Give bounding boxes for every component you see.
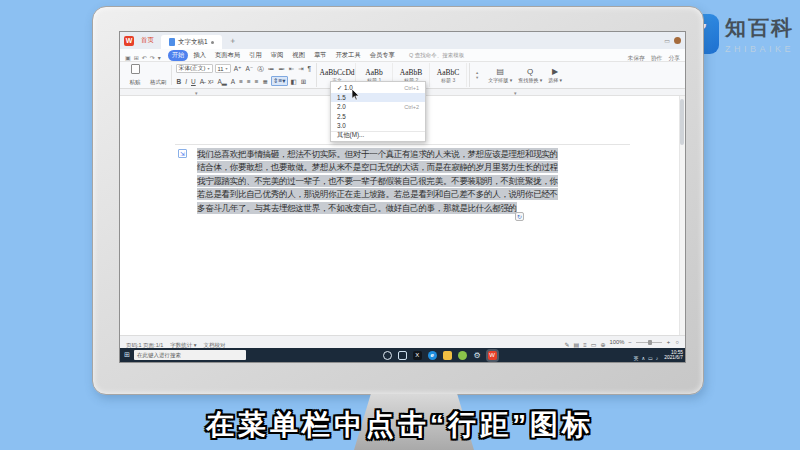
justify-icon[interactable]: ≣ xyxy=(262,77,269,86)
volume-icon[interactable]: ♪ xyxy=(656,346,659,363)
list-item[interactable]: 结合体，你要敢想，也要敢做。梦想从来不是空口无凭的大话，而是在寂静的岁月里努力生… xyxy=(197,161,519,174)
align-left-icon[interactable]: ≡ xyxy=(238,77,244,86)
fit-page-icon[interactable]: ○ xyxy=(675,339,679,345)
font-color-button[interactable]: A xyxy=(230,77,236,86)
align-right-icon[interactable]: ≡ xyxy=(254,77,260,86)
indent-increase-icon[interactable]: ⇥ xyxy=(297,64,304,73)
chevron-down-icon: ▾ xyxy=(226,66,228,71)
tab-page-layout[interactable]: 页面布局 xyxy=(211,50,244,61)
zoom-knob[interactable] xyxy=(648,340,652,345)
tab-review[interactable]: 审阅 xyxy=(267,50,288,61)
border-icon[interactable]: ⊞ xyxy=(300,77,307,86)
home-tab[interactable]: 首页 xyxy=(137,36,158,45)
user-avatar[interactable] xyxy=(674,37,681,44)
wps-statusbar: 页码:1 页面:1/1字数统计 ▾文档校对 ✎▤≡▭⊕ 100% − ＋ ○ xyxy=(120,335,685,348)
list-item[interactable]: 多奋斗几年了。与其去埋怨这世界，不如改变自己。做好自己的事，那就是比什么都强的 xyxy=(197,202,519,215)
paste-button[interactable]: 粘贴 xyxy=(124,63,146,87)
ime-icon[interactable]: 英 xyxy=(633,346,638,363)
app-dark-icon[interactable]: X xyxy=(413,351,422,360)
tab-dev-tools[interactable]: 开发工具 xyxy=(332,50,365,61)
app-green-icon[interactable] xyxy=(458,351,467,360)
window-layout-icon[interactable]: ▭ xyxy=(664,37,670,44)
tab-view[interactable]: 视图 xyxy=(288,50,309,61)
wps-icon[interactable]: W xyxy=(488,351,497,360)
select-button[interactable]: ▶选择 ▾ xyxy=(548,68,562,83)
numbering-icon[interactable]: ≕ xyxy=(277,64,286,73)
text-effects-icon[interactable]: Ⓐ xyxy=(256,64,265,73)
tab-insert[interactable]: 插入 xyxy=(189,50,210,61)
align-center-icon[interactable]: ≡ xyxy=(246,77,252,86)
scrollbar-thumb[interactable] xyxy=(680,99,684,145)
format-painter-button[interactable]: 格式刷 xyxy=(150,63,167,87)
taskbar-clock[interactable]: 10:55 2021/6/7 xyxy=(664,350,683,360)
video-caption: 在菜单栏中点击“行距”图标 xyxy=(0,406,800,444)
underline-button[interactable]: U xyxy=(190,77,197,86)
new-tab-button[interactable]: ＋ xyxy=(225,35,241,46)
list-item[interactable]: 我宁愿踏实的、不完美的过一辈子，也不要一辈子都假装自己很完美。不要装聪明，不刻意… xyxy=(197,175,519,188)
file-explorer-icon[interactable] xyxy=(443,351,452,360)
paragraph-layout-icon[interactable]: ⇲ xyxy=(178,149,187,158)
format-icons: BIUA̶x²A▂A≡≡≡≣ xyxy=(176,77,270,86)
shading-icon[interactable]: ◧ xyxy=(290,77,298,86)
vertical-scrollbar[interactable] xyxy=(679,96,685,335)
show-marks-icon[interactable]: ¶ xyxy=(307,64,313,73)
paragraph-extra-icons: ◧⊞ xyxy=(290,77,308,86)
wps-menubar: ▣⊞↶↷▾ 开始插入页面布局引用审阅视图章节开发工具会员专享 Q 查找命令、搜索… xyxy=(120,49,685,62)
floating-options-icon[interactable]: ↻ xyxy=(515,212,524,221)
find-replace-button[interactable]: Q查找替换 ▾ xyxy=(518,68,542,83)
strike-button[interactable]: A̶ xyxy=(199,77,205,86)
document-tab-label: 文字文稿1 xyxy=(178,38,208,47)
line-spacing-dropdown: ✓ 1.0Ctrl+11.52.0Ctrl+22.53.0其他(M)... xyxy=(330,81,426,142)
text-layout-button[interactable]: ▤文字排版 ▾ xyxy=(488,68,512,83)
font-tools-icons: A⁺A⁻Ⓐ≔≕⇤⇥¶ xyxy=(233,64,312,73)
line-spacing-1[interactable]: ✓ 1.0Ctrl+1 xyxy=(331,83,425,93)
zoom-out-button[interactable]: − xyxy=(628,339,631,345)
font-name-select[interactable]: 宋体(正文) ▾ xyxy=(176,64,213,73)
indent-decrease-icon[interactable]: ⇤ xyxy=(288,64,295,73)
superscript-button[interactable]: x² xyxy=(207,77,214,86)
italic-button[interactable]: I xyxy=(184,77,188,86)
settings-icon[interactable]: ⚙ xyxy=(473,351,482,360)
tab-member[interactable]: 会员专享 xyxy=(366,50,399,61)
zoom-slider[interactable] xyxy=(636,342,662,343)
style-gallery-arrows[interactable]: ▴▾ xyxy=(474,63,480,87)
line-spacing-button[interactable]: ⇕≡ ▾ xyxy=(271,76,288,86)
font-decrease-icon[interactable]: A⁻ xyxy=(244,64,254,73)
chevron-down-icon: ▾ xyxy=(282,77,285,85)
document-tab[interactable]: 文字文稿1 xyxy=(161,35,222,49)
bold-button[interactable]: B xyxy=(176,77,183,86)
bullets-icon[interactable]: ≔ xyxy=(267,64,276,73)
brand-subtitle: ZHIBAIKE xyxy=(725,44,794,54)
line-spacing-3[interactable]: 3.0 xyxy=(331,121,425,131)
toolbar-divider xyxy=(171,65,172,85)
clipboard-icon xyxy=(131,64,140,74)
line-spacing-1-5[interactable]: 1.5 xyxy=(331,93,425,103)
toolbar-right-tools: ▤文字排版 ▾Q查找替换 ▾▶选择 ▾ xyxy=(484,63,566,87)
mouse-cursor xyxy=(352,89,361,101)
ribbon-tabs: 开始插入页面布局引用审阅视图章节开发工具会员专享 xyxy=(168,50,399,61)
tab-references[interactable]: 引用 xyxy=(245,50,266,61)
font-size-select[interactable]: 11 ▾ xyxy=(215,64,231,73)
taskbar-search-input[interactable]: 在此键入进行搜索 xyxy=(134,350,246,360)
clock-date: 2021/6/7 xyxy=(664,355,683,360)
zoom-in-button[interactable]: ＋ xyxy=(666,338,672,347)
list-item[interactable]: 若总是看到比自己优秀的人，那说明你正在走上坡路。若总是看到和自己差不多的人，说明… xyxy=(197,188,519,201)
tab-section[interactable]: 章节 xyxy=(310,50,331,61)
wps-logo-icon[interactable]: W xyxy=(124,36,134,46)
line-spacing-2-5[interactable]: 2.5 xyxy=(331,112,425,122)
selected-text-block[interactable]: 我们总喜欢把事情搞砸，想法不切实际。但对于一个真正有追求的人来说，梦想应该是理想… xyxy=(197,148,519,215)
line-spacing-2[interactable]: 2.0Ctrl+2 xyxy=(331,102,425,112)
command-search[interactable]: Q 查找命令、搜索模板 xyxy=(409,52,464,59)
edge-icon[interactable]: e xyxy=(428,351,437,360)
font-increase-icon[interactable]: A⁺ xyxy=(233,64,243,73)
style-heading3[interactable]: AaBbC标题 3 xyxy=(430,63,467,87)
task-view-icon[interactable] xyxy=(398,351,407,360)
list-item[interactable]: 我们总喜欢把事情搞砸，想法不切实际。但对于一个真正有追求的人来说，梦想应该是理想… xyxy=(197,148,519,161)
line-spacing-other[interactable]: 其他(M)... xyxy=(331,131,425,141)
tab-home[interactable]: 开始 xyxy=(168,50,189,61)
cortana-icon[interactable] xyxy=(383,351,392,360)
start-button[interactable]: ⊞ xyxy=(122,351,132,359)
network-icon[interactable]: ▭ xyxy=(648,346,653,363)
highlight-color-button[interactable]: A▂ xyxy=(216,77,227,86)
tray-expand-icon[interactable]: ∧ xyxy=(641,346,645,363)
